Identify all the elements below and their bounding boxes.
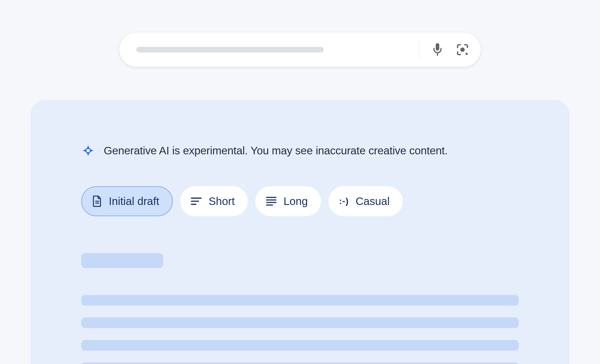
search-query-placeholder	[136, 47, 324, 52]
search-divider	[419, 40, 419, 60]
chip-label: Long	[283, 195, 308, 207]
experimental-notice-text: Generative AI is experimental. You may s…	[104, 144, 448, 157]
content-skeleton	[81, 253, 519, 364]
chip-label: Short	[208, 195, 235, 207]
long-lines-icon	[266, 197, 277, 206]
skeleton-line	[81, 362, 519, 364]
document-icon	[92, 196, 102, 207]
lens-icon	[456, 43, 469, 56]
svg-point-2	[460, 47, 465, 52]
chip-initial-draft[interactable]: Initial draft	[81, 186, 173, 216]
skeleton-line	[81, 340, 519, 351]
chip-short[interactable]: Short	[180, 186, 248, 216]
short-lines-icon	[191, 197, 202, 205]
chip-casual[interactable]: :-) Casual	[328, 186, 403, 216]
voice-search-button[interactable]	[431, 43, 444, 57]
svg-point-3	[466, 53, 468, 55]
sparkle-icon	[81, 144, 95, 157]
microphone-icon	[432, 43, 443, 56]
skeleton-line	[81, 295, 519, 306]
chip-long[interactable]: Long	[255, 186, 321, 216]
experimental-notice: Generative AI is experimental. You may s…	[81, 144, 519, 157]
svg-point-4	[86, 149, 90, 152]
smiley-icon: :-)	[339, 196, 349, 206]
skeleton-line	[81, 317, 519, 328]
skeleton-heading	[81, 253, 163, 268]
image-search-button[interactable]	[456, 43, 469, 57]
draft-style-chips: Initial draft Short Long	[81, 186, 519, 216]
chip-label: Initial draft	[109, 195, 159, 207]
generative-ai-panel: Generative AI is experimental. You may s…	[31, 100, 569, 364]
search-bar[interactable]	[119, 32, 481, 67]
svg-rect-0	[436, 43, 439, 51]
chip-label: Casual	[356, 195, 390, 207]
